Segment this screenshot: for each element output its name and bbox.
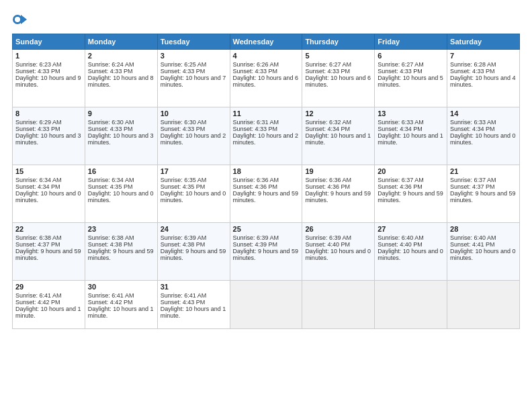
- daylight-line: Daylight: 10 hours and 0 minutes.: [378, 248, 443, 261]
- calendar-cell: [447, 281, 520, 329]
- sunrise-line: Sunrise: 6:39 AM: [305, 234, 351, 241]
- svg-marker-1: [21, 15, 27, 24]
- sunset-line: Sunset: 4:33 PM: [15, 68, 60, 75]
- calendar-header-monday: Monday: [85, 34, 157, 50]
- daylight-line: Daylight: 10 hours and 0 minutes.: [15, 190, 81, 203]
- day-number: 31: [161, 283, 227, 291]
- sunset-line: Sunset: 4:33 PM: [378, 68, 423, 75]
- daylight-line: Daylight: 10 hours and 6 minutes.: [233, 75, 299, 88]
- day-number: 17: [161, 167, 227, 175]
- sunset-line: Sunset: 4:36 PM: [305, 183, 350, 190]
- sunrise-line: Sunrise: 6:25 AM: [161, 61, 207, 68]
- daylight-line: Daylight: 10 hours and 0 minutes.: [305, 248, 371, 261]
- calendar-week-2: 8Sunrise: 6:29 AMSunset: 4:33 PMDaylight…: [13, 107, 520, 165]
- sunrise-line: Sunrise: 6:30 AM: [88, 119, 134, 126]
- sunset-line: Sunset: 4:36 PM: [378, 183, 423, 190]
- day-number: 26: [305, 225, 371, 233]
- daylight-line: Daylight: 10 hours and 1 minute.: [88, 306, 154, 319]
- sunset-line: Sunset: 4:34 PM: [15, 183, 60, 190]
- calendar-cell: 23Sunrise: 6:38 AMSunset: 4:38 PMDayligh…: [85, 223, 157, 281]
- day-number: 2: [88, 52, 154, 60]
- sunset-line: Sunset: 4:33 PM: [161, 126, 206, 132]
- sunrise-line: Sunrise: 6:33 AM: [378, 119, 424, 126]
- day-number: 1: [15, 52, 82, 60]
- calendar-cell: 17Sunrise: 6:35 AMSunset: 4:35 PMDayligh…: [157, 165, 230, 223]
- calendar-week-1: 1Sunrise: 6:23 AMSunset: 4:33 PMDaylight…: [13, 50, 520, 107]
- sunset-line: Sunset: 4:33 PM: [88, 68, 133, 75]
- sunset-line: Sunset: 4:42 PM: [15, 299, 60, 306]
- daylight-line: Daylight: 9 hours and 59 minutes.: [233, 248, 299, 261]
- day-number: 22: [15, 225, 82, 233]
- day-number: 8: [15, 109, 82, 118]
- sunrise-line: Sunrise: 6:24 AM: [88, 61, 134, 68]
- day-number: 5: [305, 52, 371, 60]
- daylight-line: Daylight: 10 hours and 7 minutes.: [161, 75, 226, 88]
- calendar-cell: 26Sunrise: 6:39 AMSunset: 4:40 PMDayligh…: [302, 223, 375, 281]
- logo-icon: [12, 12, 27, 27]
- sunrise-line: Sunrise: 6:37 AM: [450, 177, 496, 183]
- calendar-cell: 18Sunrise: 6:36 AMSunset: 4:36 PMDayligh…: [230, 165, 302, 223]
- sunset-line: Sunset: 4:33 PM: [305, 68, 350, 75]
- svg-point-2: [15, 17, 20, 22]
- sunrise-line: Sunrise: 6:41 AM: [161, 292, 207, 299]
- sunset-line: Sunset: 4:34 PM: [450, 126, 495, 132]
- calendar-cell: 1Sunrise: 6:23 AMSunset: 4:33 PMDaylight…: [13, 50, 85, 107]
- daylight-line: Daylight: 9 hours and 59 minutes.: [378, 190, 443, 203]
- day-number: 29: [15, 283, 82, 291]
- sunset-line: Sunset: 4:35 PM: [88, 183, 133, 190]
- daylight-line: Daylight: 10 hours and 2 minutes.: [161, 132, 226, 146]
- sunset-line: Sunset: 4:33 PM: [88, 126, 133, 132]
- calendar-cell: 3Sunrise: 6:25 AMSunset: 4:33 PMDaylight…: [157, 50, 230, 107]
- sunrise-line: Sunrise: 6:36 AM: [305, 177, 351, 183]
- day-number: 18: [233, 167, 300, 175]
- calendar-cell: 9Sunrise: 6:30 AMSunset: 4:33 PMDaylight…: [85, 107, 157, 165]
- daylight-line: Daylight: 10 hours and 3 minutes.: [88, 132, 154, 146]
- sunrise-line: Sunrise: 6:33 AM: [450, 119, 496, 126]
- daylight-line: Daylight: 10 hours and 1 minute.: [378, 132, 443, 146]
- sunrise-line: Sunrise: 6:26 AM: [233, 61, 279, 68]
- sunrise-line: Sunrise: 6:36 AM: [233, 177, 279, 183]
- sunrise-line: Sunrise: 6:28 AM: [450, 61, 496, 68]
- daylight-line: Daylight: 10 hours and 6 minutes.: [305, 75, 371, 88]
- daylight-line: Daylight: 10 hours and 0 minutes.: [161, 190, 226, 203]
- daylight-line: Daylight: 10 hours and 0 minutes.: [450, 248, 516, 261]
- day-number: 6: [378, 52, 444, 60]
- day-number: 19: [305, 167, 371, 175]
- daylight-line: Daylight: 10 hours and 8 minutes.: [88, 75, 154, 88]
- sunset-line: Sunset: 4:41 PM: [450, 241, 495, 248]
- daylight-line: Daylight: 9 hours and 59 minutes.: [15, 248, 81, 261]
- day-number: 3: [161, 52, 227, 60]
- day-number: 14: [450, 109, 517, 118]
- day-number: 23: [88, 225, 154, 233]
- day-number: 10: [161, 109, 227, 118]
- calendar-cell: 2Sunrise: 6:24 AMSunset: 4:33 PMDaylight…: [85, 50, 157, 107]
- sunrise-line: Sunrise: 6:40 AM: [450, 234, 496, 241]
- calendar-header-thursday: Thursday: [302, 34, 375, 50]
- calendar-body: 1Sunrise: 6:23 AMSunset: 4:33 PMDaylight…: [13, 50, 520, 329]
- sunset-line: Sunset: 4:33 PM: [233, 68, 278, 75]
- calendar-cell: 6Sunrise: 6:27 AMSunset: 4:33 PMDaylight…: [375, 50, 447, 107]
- sunrise-line: Sunrise: 6:27 AM: [378, 61, 424, 68]
- sunrise-line: Sunrise: 6:32 AM: [305, 119, 351, 126]
- calendar-header-row: SundayMondayTuesdayWednesdayThursdayFrid…: [13, 34, 520, 50]
- calendar-cell: 31Sunrise: 6:41 AMSunset: 4:43 PMDayligh…: [157, 281, 230, 329]
- calendar-cell: 30Sunrise: 6:41 AMSunset: 4:42 PMDayligh…: [85, 281, 157, 329]
- calendar-cell: 8Sunrise: 6:29 AMSunset: 4:33 PMDaylight…: [13, 107, 85, 165]
- calendar-cell: 15Sunrise: 6:34 AMSunset: 4:34 PMDayligh…: [13, 165, 85, 223]
- daylight-line: Daylight: 10 hours and 3 minutes.: [15, 132, 81, 146]
- calendar-cell: [375, 281, 447, 329]
- day-number: 7: [450, 52, 517, 60]
- day-number: 12: [305, 109, 371, 118]
- sunset-line: Sunset: 4:40 PM: [305, 241, 350, 248]
- calendar-header-saturday: Saturday: [447, 34, 520, 50]
- sunset-line: Sunset: 4:33 PM: [450, 68, 495, 75]
- logo: [12, 12, 30, 27]
- calendar-header-sunday: Sunday: [13, 34, 85, 50]
- sunset-line: Sunset: 4:40 PM: [378, 241, 423, 248]
- sunrise-line: Sunrise: 6:34 AM: [88, 177, 134, 183]
- sunrise-line: Sunrise: 6:27 AM: [305, 61, 351, 68]
- day-number: 28: [450, 225, 517, 233]
- sunrise-line: Sunrise: 6:29 AM: [15, 119, 62, 126]
- sunset-line: Sunset: 4:38 PM: [161, 241, 206, 248]
- calendar-cell: 28Sunrise: 6:40 AMSunset: 4:41 PMDayligh…: [447, 223, 520, 281]
